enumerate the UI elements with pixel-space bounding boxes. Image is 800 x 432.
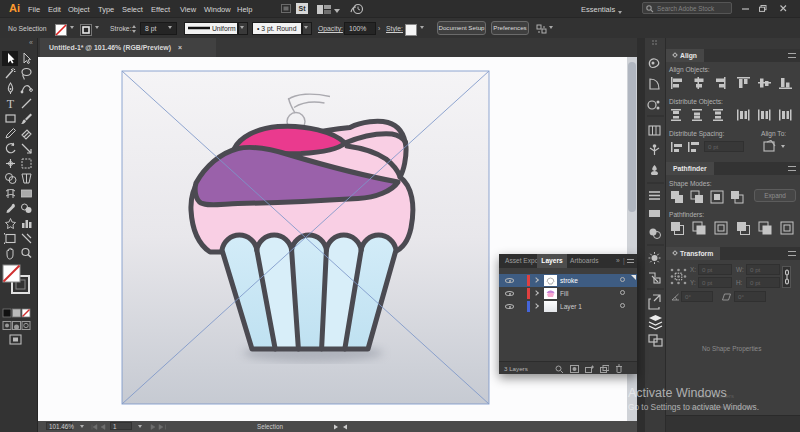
svg-text:St: St [299, 5, 307, 12]
svg-text:«: « [29, 39, 33, 46]
svg-text:T: T [7, 97, 15, 111]
